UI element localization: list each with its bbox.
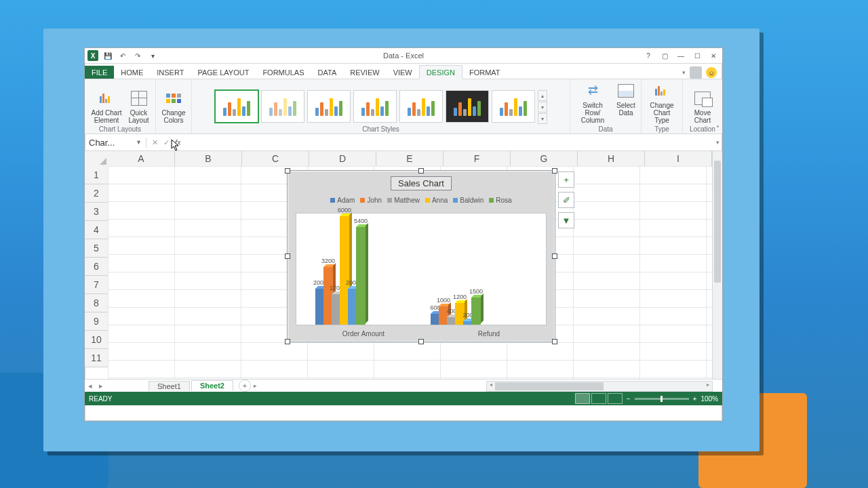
tab-formulas[interactable]: FORMULAS xyxy=(256,66,311,79)
save-icon[interactable]: 💾 xyxy=(102,50,113,61)
switch-row-column-button[interactable]: ⇄ Switch Row/ Column xyxy=(573,79,612,124)
chart-styles-button[interactable]: ✐ xyxy=(558,192,574,208)
tab-insert[interactable]: INSERT xyxy=(150,66,191,79)
column-header[interactable]: A xyxy=(108,151,175,166)
worksheet-grid[interactable]: ABCDEFGHI 1234567891011 Sales Chart Adam… xyxy=(85,151,722,379)
resize-handle[interactable] xyxy=(285,168,290,174)
tab-view[interactable]: VIEW xyxy=(387,66,419,79)
feedback-smiley-icon[interactable]: ☺ xyxy=(706,67,717,78)
maximize-button[interactable]: ☐ xyxy=(690,49,705,62)
sheet-nav-next-icon[interactable]: ▸ xyxy=(96,382,106,390)
vertical-scrollbar[interactable] xyxy=(712,151,722,379)
column-header[interactable]: F xyxy=(443,151,511,166)
select-all-corner[interactable] xyxy=(85,151,108,167)
chart-legend[interactable]: AdamJohnMatthewAnnaBaldwinRosa xyxy=(288,197,555,204)
chart-plot-area[interactable]: 2000320017006000200054006001000400120020… xyxy=(296,213,547,325)
row-header[interactable]: 6 xyxy=(85,258,108,276)
column-header[interactable]: C xyxy=(242,151,309,166)
column-header[interactable]: I xyxy=(645,151,712,166)
formula-input[interactable] xyxy=(186,134,713,150)
change-colors-button[interactable]: Change Colors xyxy=(159,86,188,124)
collapse-ribbon-icon[interactable]: ˄ xyxy=(716,125,719,132)
chart-style-2[interactable] xyxy=(261,90,304,123)
page-break-view-button[interactable] xyxy=(608,393,623,404)
row-header[interactable]: 7 xyxy=(85,276,108,294)
zoom-in-button[interactable]: + xyxy=(693,395,697,403)
chart-style-7[interactable] xyxy=(492,90,535,123)
sheet-tab-sheet1[interactable]: Sheet1 xyxy=(149,381,190,391)
column-header[interactable]: G xyxy=(511,151,578,166)
account-avatar[interactable] xyxy=(690,66,702,79)
resize-handle[interactable] xyxy=(418,168,424,174)
legend-item[interactable]: Rosa xyxy=(489,197,511,204)
chart-style-1[interactable] xyxy=(215,90,258,123)
sheet-scroll-right-icon[interactable]: ▸ xyxy=(251,382,260,389)
add-chart-element-button[interactable]: Add Chart Element xyxy=(88,86,124,124)
chart-style-6[interactable] xyxy=(446,90,489,123)
resize-handle[interactable] xyxy=(418,339,424,344)
enter-formula-icon[interactable]: ✓ xyxy=(163,138,170,147)
new-sheet-button[interactable]: + xyxy=(239,380,251,392)
resize-handle[interactable] xyxy=(285,339,290,344)
tab-format[interactable]: FORMAT xyxy=(462,66,507,79)
chart-styles-spinner[interactable]: ▴▾▾ xyxy=(538,90,547,124)
resize-handle[interactable] xyxy=(552,339,557,344)
tab-home[interactable]: HOME xyxy=(114,66,150,79)
page-layout-view-button[interactable] xyxy=(591,393,606,404)
minimize-button[interactable]: — xyxy=(673,49,688,62)
move-chart-button[interactable]: Move Chart xyxy=(690,86,715,124)
row-header[interactable]: 11 xyxy=(85,349,108,367)
column-header[interactable]: B xyxy=(175,151,242,166)
zoom-level-label[interactable]: 100% xyxy=(701,395,718,403)
row-header[interactable]: 2 xyxy=(85,184,108,203)
cancel-formula-icon[interactable]: ✕ xyxy=(152,138,158,147)
row-header[interactable]: 9 xyxy=(85,312,108,331)
chart-elements-button[interactable]: + xyxy=(558,171,574,188)
resize-handle[interactable] xyxy=(285,253,290,259)
row-header[interactable]: 3 xyxy=(85,203,108,221)
undo-icon[interactable]: ↶ xyxy=(117,50,128,61)
chart-filters-button[interactable]: ▼ xyxy=(558,212,574,228)
redo-icon[interactable]: ↷ xyxy=(132,50,143,61)
legend-item[interactable]: Baldwin xyxy=(453,197,484,204)
fx-icon[interactable]: fx xyxy=(175,138,181,146)
row-header[interactable]: 8 xyxy=(85,294,108,312)
row-header[interactable]: 10 xyxy=(85,331,108,349)
resize-handle[interactable] xyxy=(552,253,557,259)
row-header[interactable]: 4 xyxy=(85,221,108,239)
name-box[interactable]: Char...▼ xyxy=(85,138,146,148)
sheet-nav-prev-icon[interactable]: ◂ xyxy=(85,382,96,390)
chevron-down-icon[interactable]: ▼ xyxy=(136,139,142,146)
embedded-chart[interactable]: Sales Chart AdamJohnMatthewAnnaBaldwinRo… xyxy=(287,170,555,342)
horizontal-scrollbar[interactable]: ◂ ▸ xyxy=(486,381,713,392)
expand-formula-bar-icon[interactable]: ▾ xyxy=(713,139,722,146)
column-header[interactable]: H xyxy=(578,151,645,166)
change-chart-type-button[interactable]: Change Chart Type xyxy=(644,79,679,124)
normal-view-button[interactable] xyxy=(575,393,590,404)
tab-page-layout[interactable]: PAGE LAYOUT xyxy=(191,66,256,79)
column-header[interactable]: D xyxy=(309,151,376,166)
zoom-out-button[interactable]: − xyxy=(627,395,631,403)
zoom-slider[interactable] xyxy=(635,398,689,400)
column-headers[interactable]: ABCDEFGHI xyxy=(108,151,713,167)
chart-style-5[interactable] xyxy=(399,90,443,123)
legend-item[interactable]: John xyxy=(360,197,382,204)
tab-file[interactable]: FILE xyxy=(85,66,114,79)
ribbon-display-icon[interactable]: ▢ xyxy=(657,49,672,62)
sheet-tab-sheet2[interactable]: Sheet2 xyxy=(191,380,233,391)
chart-bar[interactable]: 1500 xyxy=(471,298,481,325)
tab-review[interactable]: REVIEW xyxy=(343,66,386,79)
legend-item[interactable]: Anna xyxy=(425,197,448,204)
chart-title[interactable]: Sales Chart xyxy=(391,176,452,190)
chart-bar[interactable]: 5400 xyxy=(356,227,366,325)
close-button[interactable]: ✕ xyxy=(706,49,721,62)
row-header[interactable]: 1 xyxy=(85,166,108,184)
column-header[interactable]: E xyxy=(376,151,443,166)
chart-style-3[interactable] xyxy=(307,90,351,123)
resize-handle[interactable] xyxy=(552,168,557,174)
row-headers[interactable]: 1234567891011 xyxy=(85,166,108,367)
help-icon[interactable]: ? xyxy=(641,49,656,62)
tab-design[interactable]: DESIGN xyxy=(419,65,462,79)
tell-me-dropdown-icon[interactable]: ▾ xyxy=(682,69,686,76)
cells-area[interactable]: Sales Chart AdamJohnMatthewAnnaBaldwinRo… xyxy=(108,166,713,379)
